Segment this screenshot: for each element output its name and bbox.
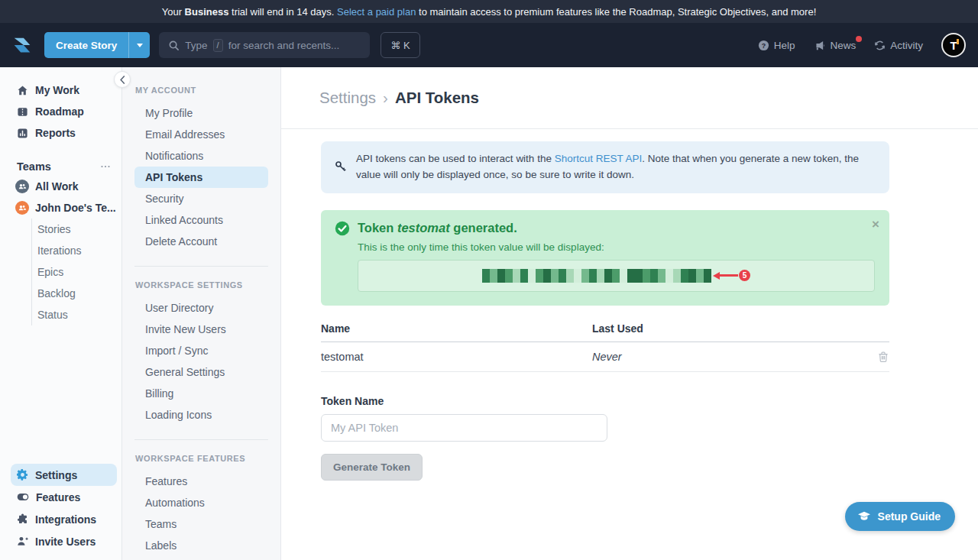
- sidebar-item-roadmap[interactable]: Roadmap: [0, 101, 121, 122]
- teams-more-icon[interactable]: [100, 161, 111, 172]
- settings-nav-teams[interactable]: Teams: [134, 513, 268, 535]
- token-name-label: Token Name: [321, 395, 889, 407]
- sidebar-item-my-work[interactable]: My Work: [0, 79, 121, 101]
- divider: [134, 266, 268, 267]
- settings-nav-delete-account[interactable]: Delete Account: [134, 231, 268, 252]
- setup-guide-button[interactable]: Setup Guide: [845, 502, 955, 531]
- annotation-number-badge: 5: [739, 270, 750, 281]
- app-shell: My Work Roadmap Reports Teams All Work J…: [0, 67, 978, 560]
- token-strip: 5: [482, 269, 750, 283]
- table-header-row: Name Last Used: [321, 316, 889, 342]
- news-button[interactable]: News: [813, 40, 856, 51]
- subnav-label: Status: [37, 309, 68, 321]
- sidebar-label: Features: [36, 491, 80, 503]
- slash-key-hint: /: [213, 39, 223, 52]
- create-story-button[interactable]: Create Story: [44, 32, 150, 58]
- toggle-icon: [17, 493, 29, 501]
- sidebar-item-status[interactable]: Status: [32, 304, 121, 325]
- sidebar-item-epics[interactable]: Epics: [32, 261, 121, 283]
- info-text: API tokens can be used to interact with …: [356, 151, 874, 183]
- sidebar-item-iterations[interactable]: Iterations: [32, 240, 121, 261]
- settings-nav-features[interactable]: Features: [134, 471, 268, 492]
- shortcut-rest-api-link[interactable]: Shortcut REST API: [555, 153, 643, 164]
- generate-token-button[interactable]: Generate Token: [321, 454, 423, 481]
- sidebar-label: Reports: [35, 127, 76, 139]
- settings-nav-security[interactable]: Security: [134, 188, 268, 209]
- annotation-arrow-icon: [713, 272, 738, 280]
- settings-nav-label: Labels: [145, 539, 176, 552]
- search-icon: [168, 40, 180, 51]
- navbar-right: ? Help News Activity T: [758, 33, 966, 57]
- sidebar-collapse-button[interactable]: [114, 71, 131, 88]
- sidebar-item-backlog[interactable]: Backlog: [32, 283, 121, 304]
- settings-nav-linked-accounts[interactable]: Linked Accounts: [134, 209, 268, 231]
- trash-icon[interactable]: [877, 351, 889, 363]
- help-button[interactable]: ? Help: [758, 40, 795, 51]
- select-paid-plan-link[interactable]: Select a paid plan: [337, 6, 416, 18]
- column-header-name: Name: [321, 322, 592, 335]
- sidebar-item-features[interactable]: Features: [0, 486, 121, 508]
- settings-nav-label: Email Addresses: [145, 128, 225, 141]
- settings-nav-billing[interactable]: Billing: [134, 383, 268, 404]
- sidebar-item-john-does-team[interactable]: John Doe's Te...: [0, 197, 121, 218]
- breadcrumb-settings-link[interactable]: Settings: [319, 89, 376, 107]
- settings-nav-import-sync[interactable]: Import / Sync: [134, 340, 268, 361]
- sidebar-item-reports[interactable]: Reports: [0, 122, 121, 144]
- settings-nav-user-directory[interactable]: User Directory: [134, 297, 268, 319]
- toast-header: Token testomat generated.: [335, 221, 876, 236]
- main-content: Settings › API Tokens API tokens can be …: [281, 67, 978, 560]
- settings-nav-my-profile[interactable]: My Profile: [134, 102, 268, 124]
- tokens-table: Name Last Used testomat Never: [321, 316, 889, 372]
- sidebar-label: Invite Users: [35, 536, 96, 548]
- settings-nav-general-settings[interactable]: General Settings: [134, 361, 268, 383]
- sidebar-item-integrations[interactable]: Integrations: [0, 508, 121, 530]
- settings-nav-automations[interactable]: Automations: [134, 492, 268, 513]
- puzzle-icon: [17, 513, 28, 525]
- divider: [134, 439, 268, 440]
- settings-nav-label: Loading Icons: [145, 409, 212, 421]
- sidebar-item-stories[interactable]: Stories: [32, 218, 121, 240]
- news-label: News: [830, 40, 856, 51]
- graduation-cap-icon: [857, 511, 871, 522]
- settings-nav-api-tokens[interactable]: API Tokens: [134, 167, 268, 188]
- settings-nav-label: Linked Accounts: [145, 214, 223, 226]
- sidebar-item-all-work[interactable]: All Work: [0, 176, 121, 197]
- settings-nav-invite-new-users[interactable]: Invite New Users: [134, 319, 268, 340]
- sidebar-label: Roadmap: [35, 105, 84, 118]
- settings-nav-label: Billing: [145, 387, 173, 400]
- sidebar-footer: Settings Features Integrations Invite Us…: [0, 464, 121, 552]
- teams-section-header: Teams: [0, 160, 121, 173]
- search-shortcut-hint: ⌘ K: [381, 32, 419, 58]
- settings-nav-label: API Tokens: [145, 171, 202, 183]
- section-title-workspace-settings: WORKSPACE SETTINGS: [135, 280, 268, 290]
- token-redacted: [482, 269, 711, 283]
- token-last-used-cell: Never: [592, 351, 877, 363]
- search-type-label: Type: [185, 40, 207, 51]
- settings-nav-notifications[interactable]: Notifications: [134, 145, 268, 167]
- activity-button[interactable]: Activity: [874, 40, 923, 51]
- sidebar-item-settings[interactable]: Settings: [11, 464, 117, 486]
- token-name-input[interactable]: [321, 414, 607, 442]
- settings-nav-label: Automations: [145, 497, 205, 509]
- sidebar-item-invite-users[interactable]: Invite Users: [0, 530, 121, 552]
- search-input[interactable]: Type / for search and recents...: [159, 32, 370, 58]
- create-story-dropdown[interactable]: [128, 32, 150, 58]
- breadcrumb: Settings › API Tokens: [319, 89, 978, 107]
- sidebar-label: Integrations: [35, 513, 96, 526]
- subnav-label: Stories: [37, 223, 71, 235]
- close-icon[interactable]: ×: [872, 218, 879, 231]
- toast-subtitle: This is the only time this token value w…: [358, 241, 876, 253]
- shortcut-logo-icon[interactable]: [9, 32, 35, 58]
- settings-nav-custom-fields[interactable]: Custom Fields: [134, 556, 268, 560]
- user-avatar[interactable]: T: [941, 33, 966, 57]
- news-notification-dot: [856, 36, 862, 42]
- settings-nav-labels[interactable]: Labels: [134, 535, 268, 556]
- team-avatar-icon: [15, 201, 29, 215]
- settings-nav-loading-icons[interactable]: Loading Icons: [134, 404, 268, 426]
- banner-text-pre: Your: [162, 6, 185, 18]
- bar-chart-icon: [17, 128, 28, 139]
- gear-icon: [17, 469, 28, 481]
- banner-plan-name: Business: [185, 6, 229, 18]
- settings-nav-email-addresses[interactable]: Email Addresses: [134, 124, 268, 145]
- section-title-my-account: MY ACCOUNT: [135, 86, 268, 95]
